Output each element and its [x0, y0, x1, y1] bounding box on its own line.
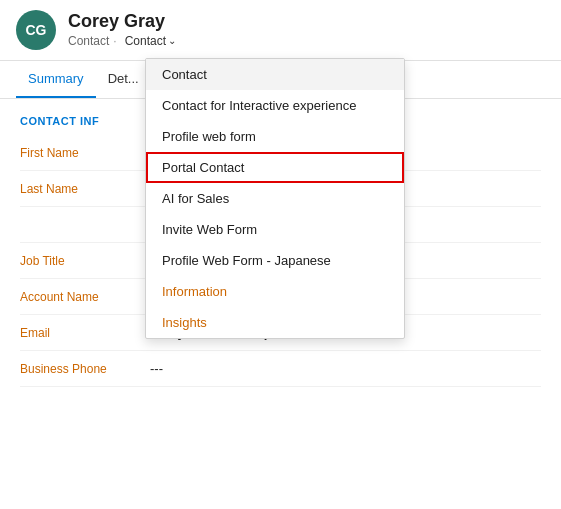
dropdown-item-information[interactable]: Information [146, 276, 404, 307]
field-value-phone: --- [150, 361, 163, 376]
avatar: CG [16, 10, 56, 50]
field-row-phone: Business Phone --- [20, 351, 541, 387]
header: CG Corey Gray Contact · Contact ⌄ [0, 0, 561, 61]
field-label-firstname: First Name [20, 146, 150, 160]
contact-type-dropdown[interactable]: Contact ⌄ [121, 32, 180, 50]
dropdown-item-contact-interactive[interactable]: Contact for Interactive experience [146, 90, 404, 121]
tab-details[interactable]: Det... [96, 61, 151, 98]
separator: · [113, 34, 116, 48]
dropdown-item-profile-web-form[interactable]: Profile web form [146, 121, 404, 152]
field-label-lastname: Last Name [20, 182, 150, 196]
dropdown-item-portal-contact[interactable]: Portal Contact [146, 152, 404, 183]
dropdown-item-contact[interactable]: Contact [146, 59, 404, 90]
field-label-jobtitle: Job Title [20, 254, 150, 268]
field-label-phone: Business Phone [20, 362, 150, 376]
dropdown-item-ai-sales[interactable]: AI for Sales [146, 183, 404, 214]
contact-type-label: Contact [68, 34, 109, 48]
dropdown-item-invite-web-form[interactable]: Invite Web Form [146, 214, 404, 245]
header-subtitle: Contact · Contact ⌄ [68, 32, 180, 50]
field-label-email: Email [20, 326, 150, 340]
tab-summary[interactable]: Summary [16, 61, 96, 98]
contact-name: Corey Gray [68, 11, 180, 32]
header-info: Corey Gray Contact · Contact ⌄ [68, 11, 180, 50]
dropdown-trigger-label: Contact [125, 34, 166, 48]
dropdown-item-profile-web-form-japanese[interactable]: Profile Web Form - Japanese [146, 245, 404, 276]
contact-type-dropdown-menu: Contact Contact for Interactive experien… [145, 58, 405, 339]
chevron-down-icon: ⌄ [168, 35, 176, 46]
dropdown-item-insights[interactable]: Insights [146, 307, 404, 338]
field-label-account: Account Name [20, 290, 150, 304]
